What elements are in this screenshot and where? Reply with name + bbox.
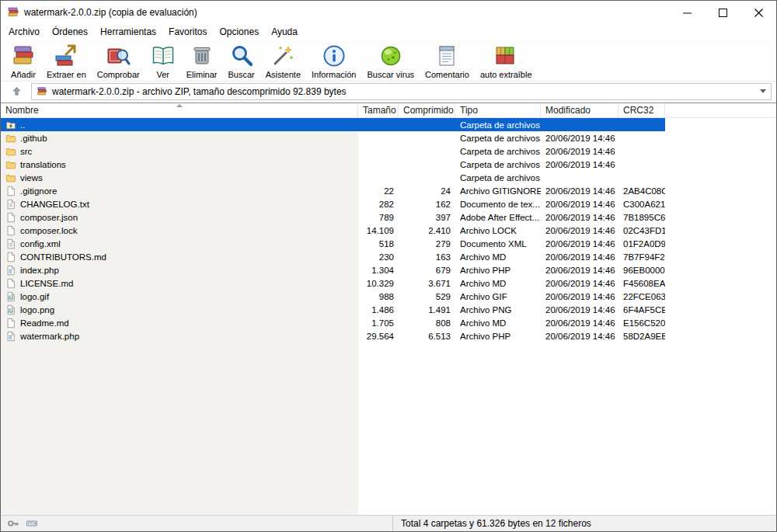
table-row-src[interactable]: srcCarpeta de archivos20/06/2019 14:46 <box>1 144 665 158</box>
table-row-composer.json[interactable]: composer.json789397Adobe After Effect...… <box>1 210 665 224</box>
file-name: .github <box>20 134 47 143</box>
cell-crc: 02C43FD1 <box>618 224 665 237</box>
cell-crc: 96EB0000 <box>618 263 665 276</box>
file-icon <box>5 318 16 329</box>
column-header-comprimido[interactable]: Comprimido <box>399 103 455 117</box>
table-row-license.md[interactable]: LICENSE.md10.3293.671Archivo MD20/06/201… <box>1 276 665 290</box>
cell-name: src <box>1 144 358 158</box>
cell-packed: 679 <box>399 263 455 276</box>
table-row-index.php[interactable]: index.php1.304679Archivo PHP20/06/2019 1… <box>1 263 665 276</box>
add-archive-icon <box>11 43 36 68</box>
column-header-filler <box>665 103 776 117</box>
column-header-label: Nombre <box>5 105 39 116</box>
file-name: config.xml <box>20 239 61 249</box>
cell-size: 10.329 <box>358 276 399 290</box>
cell-size: 518 <box>358 237 399 250</box>
winrar-app-icon <box>7 6 19 19</box>
cell-packed: 1.491 <box>399 303 455 316</box>
cell-name: logo.gif <box>1 290 358 303</box>
toolbar-button-eliminar[interactable]: Eliminar <box>181 42 223 81</box>
file-name: translations <box>20 160 66 169</box>
table-row-logo.gif[interactable]: logo.gif988529Archivo GIF20/06/2019 14:4… <box>1 290 665 303</box>
text-file-icon <box>5 238 16 249</box>
cell-modified: 20/06/2019 14:46 <box>541 303 618 316</box>
up-directory-button[interactable] <box>7 84 26 99</box>
file-icon <box>5 252 16 263</box>
toolbar-button-informacion[interactable]: Información <box>306 42 361 81</box>
column-header-tipo[interactable]: Tipo <box>455 103 541 117</box>
cell-type: Archivo MD <box>455 276 541 290</box>
folder-icon <box>5 146 16 157</box>
column-header-tamano[interactable]: Tamaño <box>358 103 399 117</box>
cell-name: logo.png <box>1 303 358 316</box>
toolbar-button-auto-extraible[interactable]: auto extraíble <box>475 42 538 81</box>
cell-type: Archivo GITIGNORE <box>455 184 541 197</box>
menu-item-ordenes[interactable]: Órdenes <box>46 25 94 39</box>
cell-name: index.php <box>1 263 358 276</box>
menu-item-opciones[interactable]: Opciones <box>213 25 265 39</box>
file-list: ..Carpeta de archivos.githubCarpeta de a… <box>1 118 776 342</box>
table-row-.github[interactable]: .githubCarpeta de archivos20/06/2019 14:… <box>1 131 665 144</box>
column-header-crc32[interactable]: CRC32 <box>618 103 665 117</box>
cell-name: CONTRIBUTORS.md <box>1 250 358 263</box>
cell-packed: 279 <box>399 237 455 250</box>
table-row-translations[interactable]: translationsCarpeta de archivos20/06/201… <box>1 158 665 171</box>
cell-crc <box>618 144 665 158</box>
archive-path-combobox[interactable]: watermark-2.0.0.zip - archivo ZIP, tamañ… <box>31 83 772 100</box>
table-row-changelog.txt[interactable]: CHANGELOG.txt282162Documento de tex...20… <box>1 197 665 210</box>
toolbar-button-extraer-en[interactable]: Extraer en <box>41 42 92 81</box>
cell-crc: E156C520 <box>618 316 665 329</box>
folder-icon <box>5 159 16 170</box>
cell-modified: 20/06/2019 14:46 <box>541 131 618 144</box>
cell-size: 282 <box>358 197 399 210</box>
toolbar-button-label: Extraer en <box>47 70 86 79</box>
cell-modified: 20/06/2019 14:46 <box>541 224 618 237</box>
toolbar-button-buscar[interactable]: Buscar <box>223 42 260 81</box>
table-row-.gitignore[interactable]: .gitignore2224Archivo GITIGNORE20/06/201… <box>1 184 665 197</box>
table-row-readme.md[interactable]: Readme.md1.705808Archivo MD20/06/2019 14… <box>1 316 665 329</box>
file-name: logo.png <box>20 305 54 315</box>
toolbar-button-buscar-virus[interactable]: Buscar virus <box>362 42 420 81</box>
toolbar-button-asistente[interactable]: Asistente <box>260 42 306 81</box>
file-name: logo.gif <box>20 292 49 301</box>
table-row-watermark.php[interactable]: watermark.php29.5646.513Archivo PHP20/06… <box>1 329 665 342</box>
toolbar-button-anadir[interactable]: Añadir <box>5 42 41 81</box>
maximize-button[interactable] <box>705 1 740 24</box>
window-title: watermark-2.0.0.zip (copia de evaluación… <box>24 7 197 18</box>
table-row-logo.png[interactable]: logo.png1.4861.491Archivo PNG20/06/2019 … <box>1 303 665 316</box>
toolbar-button-comentario[interactable]: Comentario <box>420 42 475 81</box>
cell-name: views <box>1 171 358 184</box>
table-row-..[interactable]: ..Carpeta de archivos <box>1 118 665 131</box>
table-row-contributors.md[interactable]: CONTRIBUTORS.md230163Archivo MD20/06/201… <box>1 250 665 263</box>
key-icon[interactable] <box>7 517 19 530</box>
cell-packed: 529 <box>399 290 455 303</box>
cell-name: .gitignore <box>1 184 358 197</box>
minimize-button[interactable] <box>669 1 705 24</box>
toolbar-button-label: Buscar <box>228 70 255 79</box>
table-row-composer.lock[interactable]: composer.lock14.1092.410Archivo LOCK20/0… <box>1 224 665 237</box>
column-header-modificado[interactable]: Modificado <box>541 103 618 117</box>
menu-item-archivo[interactable]: Archivo <box>2 25 46 39</box>
toolbar-button-comprobar[interactable]: Comprobar <box>92 42 145 81</box>
window-controls <box>669 1 776 24</box>
statusbar-total: Total 4 carpetas y 61.326 bytes en 12 fi… <box>393 518 591 529</box>
toolbar-button-ver[interactable]: Ver <box>145 42 181 81</box>
folder-up-icon <box>11 85 23 97</box>
cell-modified: 20/06/2019 14:46 <box>541 250 618 263</box>
cell-size <box>358 144 399 158</box>
comment-icon <box>434 43 459 68</box>
cell-type: Carpeta de archivos <box>455 131 541 144</box>
column-header-nombre[interactable]: Nombre <box>1 103 358 117</box>
menu-item-ayuda[interactable]: Ayuda <box>265 25 304 39</box>
cell-crc: C300A621 <box>618 197 665 210</box>
cell-size: 789 <box>358 210 399 224</box>
menu-item-favoritos[interactable]: Favoritos <box>162 25 213 39</box>
cell-packed <box>399 158 455 171</box>
cell-modified: 20/06/2019 14:46 <box>541 197 618 210</box>
cell-size <box>358 131 399 144</box>
menu-item-herramientas[interactable]: Herramientas <box>94 25 162 39</box>
table-row-config.xml[interactable]: config.xml518279Documento XML20/06/2019 … <box>1 237 665 250</box>
combobox-dropdown-icon[interactable] <box>760 89 766 93</box>
table-row-views[interactable]: viewsCarpeta de archivos <box>1 171 665 184</box>
close-button[interactable] <box>740 1 776 24</box>
